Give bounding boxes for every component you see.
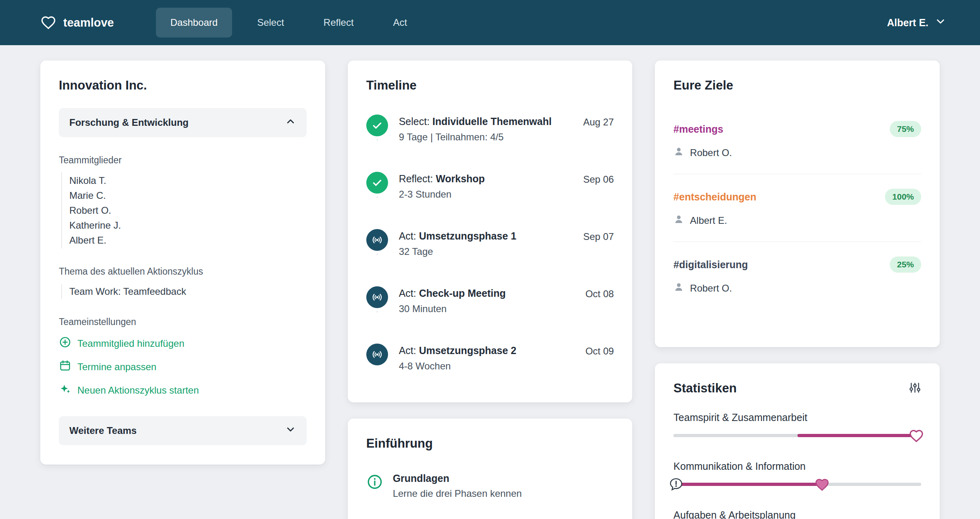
goal-item: #entscheidungen 100% Albert E.	[673, 189, 921, 227]
member-item: Nikola T.	[69, 173, 307, 188]
nav-act[interactable]: Act	[379, 8, 422, 38]
member-item: Robert O.	[69, 203, 307, 218]
stat-label: Teamspirit & Zusammenarbeit	[673, 412, 921, 423]
broadcast-icon	[366, 344, 388, 365]
brand-name: teamlove	[63, 16, 114, 29]
adjustments-icon[interactable]	[909, 381, 921, 396]
timeline-connector	[377, 311, 378, 313]
member-item: Albert E.	[69, 233, 307, 248]
goal-tag[interactable]: #meetings	[673, 123, 723, 135]
timeline-connector	[377, 253, 378, 255]
heart-thumb-icon[interactable]	[814, 476, 830, 492]
add-member-label: Teammitglied hinzufügen	[77, 338, 185, 349]
timeline-item-body: Act: Umsetzungsphase 1 32 Tage	[399, 229, 573, 257]
goal-owner: Albert E.	[673, 214, 921, 227]
stats-card: Statistiken Teamspirit & Zusammenarbeit	[655, 363, 940, 519]
left-column: Innovation Inc. Forschung & Entwicklung …	[40, 60, 325, 465]
accordion-label: Weitere Teams	[69, 425, 137, 436]
timeline-item: Act: Check-up Meeting 30 Minuten Oct 08	[366, 286, 614, 344]
team-card: Innovation Inc. Forschung & Entwicklung …	[40, 60, 325, 465]
add-member-link[interactable]: Teammitglied hinzufügen	[59, 336, 307, 351]
broadcast-icon	[366, 286, 388, 308]
goal-head: #meetings 75%	[673, 121, 921, 137]
stat-aufgaben: Aufgaben & Arbeitsplanung	[673, 509, 921, 519]
intro-item-grundlagen[interactable]: Grundlagen Lerne die drei Phasen kennen	[366, 473, 614, 499]
heart-thumb-icon[interactable]	[908, 427, 924, 444]
timeline-item: Act: Umsetzungsphase 2 4-8 Wochen Oct 09	[366, 344, 614, 373]
calendar-icon	[59, 359, 71, 374]
team-card-title: Innovation Inc.	[59, 78, 307, 93]
goal-progress-badge: 25%	[890, 256, 921, 273]
goal-tag[interactable]: #entscheidungen	[673, 191, 756, 203]
phase-detail: 4-8 Wochen	[399, 361, 575, 372]
nav-select[interactable]: Select	[243, 8, 299, 38]
user-name: Albert E.	[887, 17, 928, 29]
phase-label: Select:	[399, 116, 430, 127]
timeline-rail	[366, 172, 388, 200]
divider	[673, 242, 921, 242]
timeline-rail	[366, 115, 388, 143]
intro-item-text: Grundlagen Lerne die drei Phasen kennen	[393, 473, 522, 499]
goals-title: Eure Ziele	[673, 78, 921, 93]
start-cycle-link[interactable]: Neuen Aktionszyklus starten	[59, 383, 307, 398]
topic-label: Thema des aktuellen Aktionszyklus	[59, 266, 307, 277]
intro-title: Einführung	[366, 436, 614, 451]
accordion-weitere-teams[interactable]: Weitere Teams	[59, 416, 307, 445]
start-cycle-label: Neuen Aktionszyklus starten	[77, 385, 199, 396]
user-menu[interactable]: Albert E.	[887, 16, 946, 29]
intro-card: Einführung Grundlagen Lerne die drei Pha…	[348, 419, 633, 519]
timeline-rail	[366, 344, 388, 372]
phase-name: Check-up Meeting	[419, 288, 506, 299]
timeline-item-body: Act: Umsetzungsphase 2 4-8 Wochen	[399, 344, 575, 372]
nav-dashboard[interactable]: Dashboard	[156, 8, 232, 38]
timeline-item-body: Select: Individuelle Themenwahl 9 Tage |…	[399, 115, 573, 143]
phase-label: Act:	[399, 288, 416, 299]
timeline-rail	[366, 286, 388, 315]
phase-detail: 32 Tage	[399, 246, 573, 257]
stat-kommunikation: Kommunikation & Information	[673, 461, 921, 493]
members-label: Teammitglieder	[59, 155, 307, 166]
intro-item-subtitle: Lerne die drei Phasen kennen	[393, 488, 522, 499]
adjust-dates-link[interactable]: Termine anpassen	[59, 359, 307, 374]
phase-name: Workshop	[436, 173, 485, 184]
goal-item: #digitalisierung 25% Robert O.	[673, 256, 921, 295]
goal-tag[interactable]: #digitalisierung	[673, 259, 748, 271]
brand[interactable]: teamlove	[40, 15, 114, 31]
info-icon	[366, 473, 383, 492]
kommunikation-slider[interactable]	[673, 475, 921, 493]
settings-label: Teameinstellungen	[59, 317, 307, 327]
goal-owner-name: Robert O.	[690, 283, 732, 294]
main-nav: Dashboard Select Reflect Act	[156, 8, 422, 38]
phase-date: Oct 08	[586, 286, 614, 315]
teamspirit-slider[interactable]	[673, 427, 921, 444]
stat-label: Aufgaben & Arbeitsplanung	[673, 509, 921, 519]
phase-date: Aug 27	[583, 115, 614, 143]
goal-progress-badge: 75%	[890, 121, 921, 137]
exclamation-bubble-icon	[669, 477, 684, 492]
nav-reflect[interactable]: Reflect	[309, 8, 368, 38]
phase-date: Sep 07	[583, 229, 614, 257]
phase-label: Reflect:	[399, 173, 433, 184]
check-circle-icon	[366, 172, 388, 194]
accordion-forschung-entwicklung[interactable]: Forschung & Entwicklung	[59, 108, 307, 137]
timeline-title: Timeline	[366, 78, 614, 93]
goal-progress-badge: 100%	[885, 189, 921, 205]
right-column: Eure Ziele #meetings 75% Robert O. #	[655, 60, 940, 519]
sparkles-icon	[59, 383, 71, 398]
goal-owner: Robert O.	[673, 281, 921, 295]
broadcast-icon	[366, 229, 388, 251]
phase-label: Act:	[399, 345, 416, 356]
middle-column: Timeline Select: Individuelle Themenwahl…	[348, 60, 633, 519]
heart-logo-icon	[40, 15, 56, 31]
phase-label: Act:	[399, 230, 416, 242]
timeline-item: Select: Individuelle Themenwahl 9 Tage |…	[366, 115, 614, 172]
goal-head: #entscheidungen 100%	[673, 189, 921, 205]
navbar: teamlove Dashboard Select Reflect Act Al…	[0, 0, 980, 45]
goals-card: Eure Ziele #meetings 75% Robert O. #	[655, 60, 940, 347]
chevron-down-icon	[285, 424, 296, 438]
phase-name: Umsetzungsphase 1	[419, 230, 517, 242]
adjust-dates-label: Termine anpassen	[77, 361, 156, 373]
member-list: Nikola T. Marie C. Robert O. Katherine J…	[61, 172, 307, 248]
phase-name: Individuelle Themenwahl	[432, 116, 552, 127]
goal-owner-name: Robert O.	[690, 147, 732, 158]
